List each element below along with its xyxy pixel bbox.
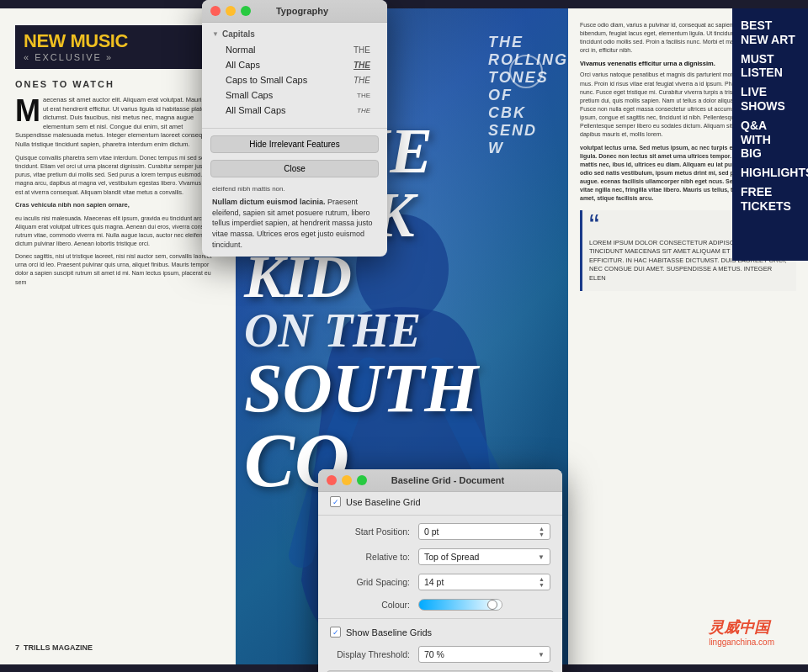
- typography-dialog: Typography ▼ Capitals Normal THE All Cap…: [202, 0, 387, 257]
- typography-text-snippet: eleifend nibh mattis non. Nullam dictum …: [202, 184, 387, 257]
- watermark-text: 灵威中国: [709, 617, 774, 638]
- display-threshold-row: Display Threshold: 70 % ▼: [318, 642, 562, 667]
- new-music-subtitle: « EXCLUSIVE »: [24, 52, 212, 62]
- grid-spacing-stepper[interactable]: ▲ ▼: [539, 576, 545, 588]
- stepper-up-icon[interactable]: ▲: [539, 526, 545, 532]
- hide-irrelevant-button[interactable]: Hide Irrelevant Features: [210, 135, 379, 153]
- start-position-value: 0 pt: [424, 526, 439, 537]
- drop-cap-body: aecenas sit amet auctor elit. Aliquam er…: [15, 96, 218, 148]
- grid-spacing-value: 14 pt: [424, 577, 444, 587]
- capitals-allsmallcaps-option[interactable]: All Small Caps THE: [212, 103, 377, 118]
- grid-stepper-up-icon[interactable]: ▲: [539, 576, 545, 582]
- typography-dialog-titlebar: Typography: [202, 0, 387, 23]
- colour-indicator[interactable]: [487, 600, 497, 610]
- nullam-bold: Nullam dictum euismod lacinia.: [212, 198, 326, 206]
- relative-to-select[interactable]: Top of Spread ▼: [418, 548, 550, 565]
- body-paragraph-2: Quisque convallis pharetra sem vitae int…: [15, 154, 221, 197]
- new-music-title: NEW MUSIC: [24, 32, 212, 50]
- body-paragraph-3: eu iaculis nisi malesuada. Maecenas elit…: [15, 214, 221, 249]
- baseline-dialog-title: Baseline Grid - Document: [342, 475, 554, 485]
- capitals-allcaps-sample: THE: [354, 61, 370, 70]
- stepper-down-icon[interactable]: ▼: [539, 532, 545, 537]
- nullam-text: Nullam dictum euismod lacinia. Praesent …: [212, 197, 377, 250]
- show-baseline-grids-checkbox[interactable]: ✓: [330, 627, 341, 638]
- dialog-divider-1: [202, 128, 387, 129]
- colour-label: Colour:: [330, 600, 418, 610]
- grid-spacing-label: Grid Spacing:: [330, 577, 418, 587]
- baseline-dialog-titlebar: Baseline Grid - Document: [318, 469, 562, 492]
- show-baseline-grids-row: ✓ Show Baseline Grids: [318, 622, 562, 642]
- grid-stepper-down-icon[interactable]: ▼: [539, 582, 545, 588]
- use-baseline-grid-label: Use Baseline Grid: [346, 497, 421, 507]
- baseline-close-btn[interactable]: [327, 475, 337, 485]
- art-line-on-the: ON THE: [244, 307, 556, 354]
- capitals-allcaps-label: All Caps: [226, 60, 260, 70]
- text-snippet: eleifend nibh mattis non.: [212, 184, 377, 193]
- far-right-text: BEST NEW ART MUST LISTEN LIVE SHOWS Q&A …: [741, 19, 800, 214]
- capitals-normal-label: Normal: [226, 45, 255, 55]
- capitals-allcaps-option[interactable]: All Caps THE: [212, 57, 377, 72]
- relative-to-chevron-icon: ▼: [538, 553, 545, 561]
- close-window-button[interactable]: [210, 6, 221, 16]
- capitals-smallcaps-sample: THE: [357, 92, 370, 99]
- baseline-divider-1: [318, 515, 562, 516]
- capitals-section-header: ▼ Capitals: [212, 29, 377, 39]
- watermark: 灵威中国 lingganchina.com: [709, 617, 774, 647]
- drop-cap-paragraph: Maecenas sit amet auctor elit. Aliquam e…: [15, 96, 221, 149]
- typography-capitals-section: ▼ Capitals Normal THE All Caps THE Caps …: [202, 23, 387, 124]
- show-baseline-grids-label: Show Baseline Grids: [346, 627, 432, 638]
- use-baseline-grid-row: ✓ Use Baseline Grid: [318, 492, 562, 511]
- capitals-allsmallcaps-label: All Small Caps: [226, 105, 286, 115]
- start-position-stepper[interactable]: ▲ ▼: [539, 526, 545, 537]
- watermark-subtext: lingganchina.com: [709, 638, 774, 647]
- capitals-allsmallcaps-sample: THE: [357, 107, 370, 114]
- colour-slider[interactable]: [418, 599, 502, 611]
- relative-to-value: Top of Spread: [424, 552, 479, 562]
- capitals-normal-option[interactable]: Normal THE: [212, 42, 377, 57]
- ones-to-watch-label: ONES TO WATCH: [15, 76, 221, 89]
- typography-close-button[interactable]: Close: [210, 160, 379, 177]
- colour-row: Colour:: [318, 595, 562, 615]
- start-position-row: Start Position: 0 pt ▲ ▼: [318, 519, 562, 544]
- capitals-caps-smallcaps-option[interactable]: Caps to Small Caps THE: [212, 72, 377, 87]
- page-number: 7 TRILLS MAGAZINE: [15, 643, 93, 652]
- capitals-caps-smallcaps-sample: THE: [354, 76, 370, 85]
- far-right-strip: BEST NEW ART MUST LISTEN LIVE SHOWS Q&A …: [732, 8, 808, 261]
- bold-heading-1: Cras vehicula nibh non sapien ornare,: [15, 201, 221, 210]
- start-position-input[interactable]: 0 pt ▲ ▼: [418, 523, 550, 540]
- grid-spacing-input[interactable]: 14 pt ▲ ▼: [418, 574, 550, 590]
- capitals-arrow-icon: ▼: [212, 30, 219, 38]
- capitals-label: Capitals: [222, 29, 255, 39]
- grid-spacing-row: Grid Spacing: 14 pt ▲ ▼: [318, 569, 562, 595]
- threshold-chevron-icon: ▼: [538, 651, 545, 659]
- body-paragraph-4: Donec sagittis, nisi ut tristique laoree…: [15, 252, 221, 287]
- capitals-normal-sample: THE: [354, 45, 370, 55]
- rolling-header: THE ROLLING TONES OF CBK SEND W: [471, 25, 568, 166]
- start-position-label: Start Position:: [330, 526, 418, 537]
- new-music-header: NEW MUSIC « EXCLUSIVE »: [15, 25, 221, 69]
- display-threshold-select[interactable]: 70 % ▼: [418, 646, 550, 663]
- relative-to-row: Relative to: Top of Spread ▼: [318, 544, 562, 569]
- left-page: NEW MUSIC « EXCLUSIVE » ONES TO WATCH Ma…: [0, 8, 236, 664]
- relative-to-label: Relative to:: [330, 552, 418, 562]
- display-threshold-label: Display Threshold:: [330, 649, 418, 659]
- art-line-south: SOUTH: [244, 354, 556, 423]
- use-baseline-grid-checkbox[interactable]: ✓: [330, 496, 341, 507]
- capitals-smallcaps-label: Small Caps: [226, 90, 273, 100]
- capitals-caps-smallcaps-label: Caps to Small Caps: [226, 75, 307, 85]
- baseline-grid-dialog: Baseline Grid - Document ✓ Use Baseline …: [318, 469, 562, 672]
- display-threshold-value: 70 %: [424, 649, 444, 659]
- typography-dialog-title: Typography: [226, 6, 379, 16]
- capitals-smallcaps-option[interactable]: Small Caps THE: [212, 87, 377, 103]
- baseline-divider-2: [318, 618, 562, 619]
